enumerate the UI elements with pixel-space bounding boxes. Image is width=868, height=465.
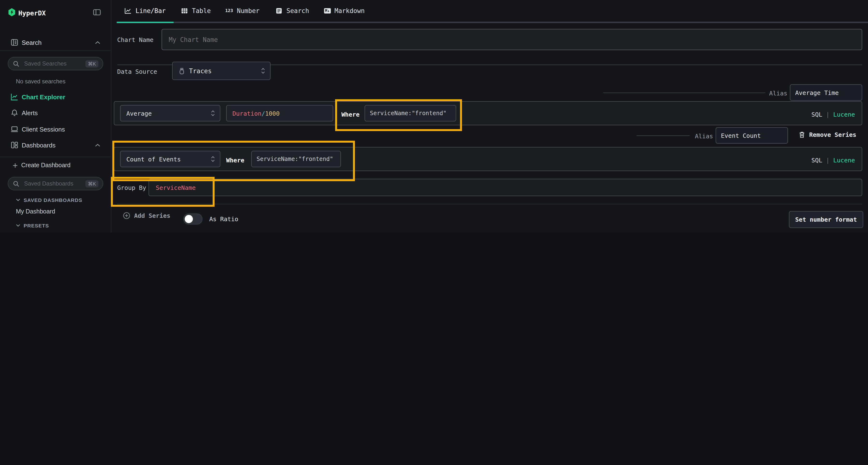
where-value: ServiceName:"frontend" — [370, 110, 446, 117]
saved-dashboards-search[interactable]: ⌘K — [8, 177, 103, 190]
data-source-label: Data Source — [117, 68, 157, 75]
trash-icon — [799, 131, 805, 138]
dashboards-icon — [10, 141, 18, 149]
alias-value: Average Time — [795, 89, 839, 96]
tab-line-bar[interactable]: Line/Bar — [124, 0, 166, 21]
database-icon — [179, 67, 185, 74]
sidebar-item-alerts[interactable]: Alerts — [0, 106, 111, 119]
as-ratio-toggle[interactable] — [183, 213, 203, 225]
aggregation-select-1[interactable]: Average — [120, 105, 220, 122]
search-icon — [13, 180, 19, 187]
section-presets[interactable]: PRESETS — [16, 223, 49, 228]
bell-icon — [10, 109, 18, 117]
chart-name-field[interactable] — [161, 29, 862, 50]
as-ratio-label: As Ratio — [209, 215, 238, 223]
sidebar-item-dashboards[interactable]: Dashboards — [0, 139, 111, 151]
reader-icon — [10, 38, 18, 46]
sidebar-item-create-dashboard[interactable]: Create Dashboard — [0, 159, 111, 171]
tab-track — [117, 22, 868, 23]
chart-line-icon — [10, 93, 18, 101]
chevron-up-icon — [95, 41, 100, 44]
nav-label: Alerts — [22, 109, 38, 117]
tab-label: Line/Bar — [135, 7, 166, 14]
laptop-icon — [10, 125, 18, 133]
sidebar-section-label: Search — [22, 39, 41, 46]
where-label: Where — [226, 157, 244, 164]
sql-toggle[interactable]: SQL — [811, 111, 822, 118]
data-source-value: Traces — [189, 67, 212, 74]
operator-token: / — [261, 110, 265, 117]
series-row-2: Count of Events Where ServiceName:"front… — [114, 147, 862, 171]
shortcut-badge: ⌘K — [86, 60, 98, 67]
saved-searches-search[interactable]: ⌘K — [8, 57, 103, 70]
pipe-separator: | — [826, 157, 830, 164]
alias-input-2[interactable]: Event Count — [716, 127, 788, 143]
saved-dashboards-input[interactable] — [23, 180, 83, 188]
markdown-icon: M↓ — [324, 8, 331, 13]
saved-searches-input[interactable] — [23, 60, 83, 67]
sidebar-item-client-sessions[interactable]: Client Sessions — [0, 123, 111, 135]
field-token: Duration — [232, 110, 261, 117]
alias-connector-line — [637, 135, 689, 136]
nav-label: Client Sessions — [22, 126, 65, 133]
tab-markdown[interactable]: M↓ Markdown — [324, 0, 365, 21]
tab-label: Search — [286, 7, 309, 14]
alias-label: Alias — [769, 90, 787, 97]
section-saved-dashboards[interactable]: SAVED DASHBOARDS — [16, 197, 82, 203]
aggregation-value: Count of Events — [126, 156, 181, 163]
where-input-1[interactable]: ServiceName:"frontend" — [365, 105, 456, 122]
tab-label: Markdown — [334, 7, 365, 14]
numbers-icon: 123 — [225, 8, 233, 13]
sidebar-section-search[interactable]: Search — [0, 36, 111, 49]
section-divider — [117, 204, 862, 204]
chevron-down-icon — [16, 224, 20, 227]
set-number-format-button[interactable]: Set number format — [789, 211, 863, 228]
sql-toggle[interactable]: SQL — [811, 157, 822, 164]
lucene-toggle[interactable]: Lucene — [833, 157, 855, 164]
section-label: SAVED DASHBOARDS — [24, 197, 82, 203]
sidebar-collapse-icon[interactable] — [93, 9, 101, 15]
active-tab-underline — [117, 22, 174, 23]
chevron-up-icon — [95, 143, 100, 147]
series-row-1: Average Duration/1000 Where ServiceName:… — [114, 101, 862, 125]
tab-label: Number — [237, 7, 260, 14]
data-source-select[interactable]: Traces — [172, 62, 271, 80]
no-saved-searches-text: No saved searches — [16, 78, 65, 85]
aggregation-value: Average — [126, 110, 152, 117]
select-chevrons-icon — [261, 67, 265, 74]
add-series-button[interactable]: Add Series — [123, 212, 170, 219]
nav-label: Dashboards — [22, 141, 56, 148]
query-language-toggle: SQL | Lucene — [811, 111, 855, 118]
group-by-input[interactable]: ServiceName — [149, 179, 862, 196]
alias-input-1[interactable]: Average Time — [790, 84, 862, 101]
select-chevrons-icon — [211, 110, 215, 117]
alias-label: Alias — [695, 133, 713, 140]
field-expression-input[interactable]: Duration/1000 — [226, 105, 333, 122]
chevron-down-icon — [16, 199, 20, 201]
tab-label: Table — [192, 7, 211, 14]
chart-name-label: Chart Name — [117, 36, 154, 43]
chart-name-input[interactable] — [162, 36, 862, 43]
aggregation-select-2[interactable]: Count of Events — [120, 151, 220, 167]
where-value: ServiceName:"frontend" — [256, 156, 333, 162]
group-by-label: Group By — [117, 184, 146, 191]
query-language-toggle: SQL | Lucene — [811, 157, 855, 164]
operand-token: 1000 — [265, 110, 280, 117]
group-by-value: ServiceName — [156, 184, 196, 191]
where-input-2[interactable]: ServiceName:"frontend" — [251, 151, 341, 167]
pipe-separator: | — [826, 111, 830, 118]
remove-series-button[interactable]: Remove Series — [799, 131, 857, 138]
where-label: Where — [341, 111, 360, 118]
remove-series-label: Remove Series — [809, 131, 857, 138]
tab-search[interactable]: Search — [275, 0, 309, 21]
search-icon — [13, 61, 19, 67]
sidebar: HyperDX Search ⌘K No saved searches — [0, 0, 112, 232]
hyperdx-app: HyperDX Search ⌘K No saved searches — [0, 0, 868, 232]
tab-number[interactable]: 123 Number — [225, 0, 259, 21]
tab-table[interactable]: Table — [181, 0, 211, 21]
sidebar-item-my-dashboard[interactable]: My Dashboard — [16, 208, 55, 215]
alias-connector-line — [603, 93, 765, 93]
sidebar-item-chart-explorer[interactable]: Chart Explorer — [0, 91, 111, 103]
nav-label: Chart Explorer — [22, 93, 65, 100]
lucene-toggle[interactable]: Lucene — [833, 111, 855, 118]
